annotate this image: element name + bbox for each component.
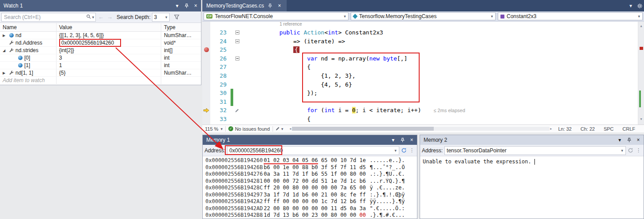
project-dropdown[interactable]: C# TensorFlowNET.Console ▾: [204, 12, 349, 20]
code-line[interactable]: 25{: [202, 45, 644, 54]
window-position-chevron-icon[interactable]: ▾: [390, 137, 396, 143]
code-line[interactable]: 33{: [202, 115, 644, 124]
search-icon[interactable]: [86, 14, 91, 20]
code-line[interactable]: 31: [202, 98, 644, 106]
search-back-icon[interactable]: ←: [97, 14, 105, 20]
memory-row[interactable]: 0x000002556B1942760a 3a 11 7d 1f b6 55 1…: [205, 171, 417, 178]
codelens-references[interactable]: 1 reference: [202, 22, 644, 28]
glyph-margin[interactable]: [202, 28, 210, 37]
glyph-margin[interactable]: [202, 54, 210, 63]
expand-icon[interactable]: ▶: [3, 69, 7, 76]
memory2-content[interactable]: Unable to evaluate the expression.: [420, 156, 644, 219]
watch-title-bar[interactable]: Watch 1 ▾ ×: [0, 0, 201, 11]
column-header-value[interactable]: Value: [57, 23, 161, 31]
close-icon[interactable]: ×: [409, 137, 415, 143]
memory2-title-bar[interactable]: Memory 2 ▾ ×: [420, 135, 644, 145]
close-icon[interactable]: ×: [635, 137, 641, 143]
code-line[interactable]: 30});: [202, 89, 644, 98]
glyph-margin[interactable]: [202, 37, 210, 46]
code-line[interactable]: 26var nd = np.array(new byte[,]: [202, 54, 644, 63]
memory-row[interactable]: 0x000002556B19426001 02 03 04 05 06 65 0…: [205, 157, 417, 164]
toolbar-overflow-icon[interactable]: ⋮: [409, 147, 415, 153]
close-icon[interactable]: ×: [193, 3, 199, 8]
glyph-margin[interactable]: [202, 89, 210, 98]
scrollbar-track[interactable]: [292, 127, 549, 131]
scroll-right-icon[interactable]: ▸: [550, 127, 552, 131]
glyph-margin[interactable]: [202, 98, 210, 106]
column-header-type[interactable]: Type: [161, 23, 201, 31]
arrow-icon[interactable]: [202, 106, 210, 115]
memory-row[interactable]: 0x000002556B1942B81d 7d 13 b6 00 23 00 8…: [205, 212, 417, 219]
fold-icon[interactable]: [233, 54, 241, 63]
window-position-chevron-icon[interactable]: ▾: [617, 137, 623, 143]
annotate-control[interactable]: ▾: [276, 126, 284, 132]
scroll-down-icon[interactable]: ▼: [638, 115, 644, 124]
breakpoint-icon[interactable]: [202, 45, 210, 54]
watch-row[interactable]: ▶nd[1, 1]{5}NumShar…: [0, 69, 201, 77]
code-line[interactable]: 24=> (iterate) =>: [202, 37, 644, 46]
code-line[interactable]: 23public Action<int> Constant2x3: [202, 28, 644, 37]
chevron-down-icon[interactable]: ▾: [392, 148, 399, 153]
fold-icon[interactable]: [233, 37, 241, 46]
code-editor[interactable]: 1 reference23public Action<int> Constant…: [202, 22, 644, 125]
close-icon[interactable]: ×: [277, 3, 283, 8]
pin-icon[interactable]: [399, 138, 405, 143]
tab-memorytestingcases[interactable]: MemoryTestingCases.cs ×: [202, 0, 287, 11]
memory-row[interactable]: 0x000002556B19428100 00 00 72 00 dd 51 1…: [205, 178, 417, 185]
memory2-address-combo[interactable]: ▾: [444, 146, 626, 155]
scroll-up-icon[interactable]: ▲: [638, 22, 644, 31]
watch-row[interactable]: ◢nd.strides{int[2]}int[]: [0, 47, 201, 54]
expand-icon[interactable]: ▶: [3, 32, 7, 39]
memory-rows[interactable]: 0x000002556B19426001 02 03 04 05 06 65 0…: [203, 156, 417, 219]
memory-row[interactable]: 0x000002556B19426Bb6 00 1e 00 88 b0 3f 5…: [205, 164, 417, 171]
memory1-address-combo[interactable]: ▾: [227, 146, 399, 155]
memory-row[interactable]: 0x000002556B19428Cff 20 00 80 00 00 00 0…: [205, 185, 417, 192]
search-options-chevron-icon[interactable]: ▾: [92, 15, 94, 19]
glyph-margin[interactable]: [202, 80, 210, 89]
refresh-icon[interactable]: [628, 147, 633, 153]
code-line[interactable]: 29{4, 5, 6}: [202, 80, 644, 89]
watch-add-row[interactable]: Add item to watch: [0, 77, 201, 84]
gear-icon[interactable]: [636, 3, 643, 9]
horizontal-scrollbar[interactable]: ◂ ▸: [289, 127, 552, 131]
type-dropdown[interactable]: Tensorflow.MemoryTestingCases ▾: [351, 12, 496, 20]
vertical-scrollbar[interactable]: ▲ ▼: [638, 22, 644, 125]
watch-row[interactable]: ▶nd{[[1, 2, 3], [4, 5, 6]]}NumShar…: [0, 32, 201, 39]
member-dropdown[interactable]: Constant2x3 ▾: [498, 12, 643, 20]
memory1-address-input[interactable]: [227, 147, 392, 154]
glyph-margin[interactable]: [202, 72, 210, 80]
memory-row[interactable]: 0x000002556B1942AD22 00 80 00 00 00 00 1…: [205, 205, 417, 212]
fold-icon[interactable]: [233, 28, 241, 37]
watch-row[interactable]: nd.Address0x000002556b194260void*: [0, 39, 201, 47]
chevron-down-icon[interactable]: ▾: [619, 148, 625, 153]
collapse-icon[interactable]: ◢: [3, 47, 7, 54]
watch-row[interactable]: [1]1int: [0, 62, 201, 69]
scrollbar-thumb[interactable]: [292, 127, 433, 131]
pin-icon[interactable]: [267, 4, 273, 8]
column-header-name[interactable]: Name: [0, 23, 57, 31]
search-forward-icon[interactable]: →: [106, 14, 114, 20]
watch-search-box[interactable]: ▾: [1, 13, 96, 22]
document-health-indicator[interactable]: ✓ No issues found: [228, 126, 270, 132]
refresh-icon[interactable]: [401, 147, 407, 153]
glyph-margin[interactable]: [202, 63, 210, 72]
memory2-address-input[interactable]: [445, 147, 619, 154]
code-line[interactable]: 27{: [202, 63, 644, 72]
zoom-select[interactable]: 115 % ▾: [205, 126, 223, 132]
memory-row[interactable]: 0x000002556B1942A2ff ff 00 00 00 00 1c 7…: [205, 198, 417, 205]
glyph-margin[interactable]: [202, 115, 210, 124]
tab-list-chevron-icon[interactable]: ▾: [628, 3, 634, 8]
memory1-title-bar[interactable]: Memory 1 ▾ ×: [203, 135, 417, 145]
watch-row[interactable]: [0]3int: [0, 54, 201, 62]
code-line[interactable]: 32for (int i = 0; i < iterate; i++)≤ 2ms…: [202, 106, 644, 115]
search-input[interactable]: [3, 14, 85, 21]
filter-icon[interactable]: [174, 15, 179, 19]
pin-icon[interactable]: [183, 4, 189, 8]
scroll-left-icon[interactable]: ◂: [289, 127, 291, 131]
pin-icon[interactable]: [626, 138, 632, 143]
search-depth-select[interactable]: 3 ▾: [152, 13, 170, 22]
toolbar-overflow-icon[interactable]: ⋮: [635, 147, 642, 153]
code-line[interactable]: 28{1, 2, 3},: [202, 72, 644, 80]
memory-row[interactable]: 0x000002556B1942973a 1f 7d 1d b6 00 21 0…: [205, 192, 417, 199]
window-position-chevron-icon[interactable]: ▾: [174, 3, 180, 8]
